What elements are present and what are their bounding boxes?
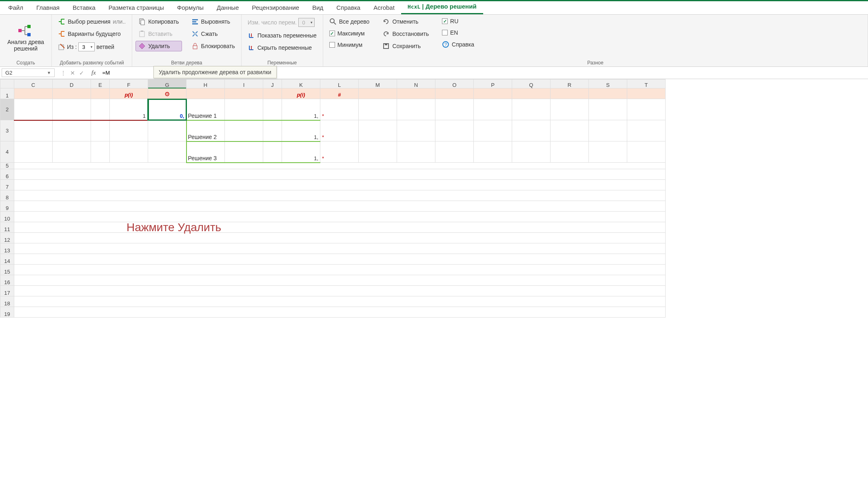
row-hdr-13[interactable]: 13: [0, 243, 14, 254]
show-vars-button[interactable]: Показать переменные: [245, 30, 320, 41]
col-M[interactable]: M: [359, 79, 397, 88]
row-hdr-17[interactable]: 17: [0, 286, 14, 296]
col-Q[interactable]: Q: [512, 79, 551, 88]
tab-file[interactable]: Файл: [2, 1, 30, 14]
col-D[interactable]: D: [53, 79, 91, 88]
row-hdr-5[interactable]: 5: [0, 163, 14, 169]
cell-H4[interactable]: Решение 3: [188, 155, 217, 161]
col-I[interactable]: I: [225, 79, 263, 88]
row-hdr-11[interactable]: 11: [0, 222, 14, 233]
shrink-button[interactable]: Сжать: [189, 29, 238, 39]
branch-count-spinner[interactable]: ▾: [78, 42, 95, 51]
col-N[interactable]: N: [397, 79, 435, 88]
cell-K2[interactable]: 1,: [282, 99, 320, 120]
tab-view[interactable]: Вид: [306, 1, 330, 14]
redo-button[interactable]: Восстановить: [380, 29, 432, 39]
col-R[interactable]: R: [551, 79, 589, 88]
analyze-tree-button[interactable]: Анализ древа решений: [3, 16, 48, 59]
tab-acrobat[interactable]: Acrobat: [367, 1, 401, 14]
copy-button[interactable]: Копировать: [135, 16, 182, 27]
choose-decision-button[interactable]: Выбор решения или..: [55, 16, 129, 27]
cell-F2[interactable]: 1: [110, 99, 147, 120]
col-C[interactable]: C: [14, 79, 53, 88]
name-box[interactable]: G2 ▼: [2, 68, 55, 77]
cancel-icon[interactable]: ✕: [70, 70, 75, 76]
future-variants-button[interactable]: Варианты будущего: [55, 29, 129, 39]
row-hdr-6[interactable]: 6: [0, 169, 14, 180]
cell-H2[interactable]: Решение 1: [188, 113, 217, 119]
row-hdr-2[interactable]: 2: [0, 99, 14, 120]
row-hdr-15[interactable]: 15: [0, 265, 14, 275]
cell-H3[interactable]: Решение 2: [188, 134, 217, 140]
col-L[interactable]: L: [320, 79, 359, 88]
row-hdr-8[interactable]: 8: [0, 190, 14, 201]
tab-decision-tree[interactable]: HcxL | Дерево решений: [401, 0, 483, 14]
tab-insert[interactable]: Вставка: [66, 1, 102, 14]
col-H[interactable]: H: [186, 79, 225, 88]
row-hdr-18[interactable]: 18: [0, 296, 14, 307]
tab-help[interactable]: Справка: [330, 1, 367, 14]
row-hdr-16[interactable]: 16: [0, 275, 14, 286]
row-hdr-14[interactable]: 14: [0, 254, 14, 265]
group-variables: Изм. число перем. ▾ Показать переменные …: [242, 15, 323, 66]
save-button[interactable]: Сохранить: [380, 41, 432, 51]
hide-vars-button[interactable]: Скрыть переменные: [245, 42, 320, 53]
lang-ru-checkbox[interactable]: RU: [439, 16, 477, 26]
tab-data[interactable]: Данные: [210, 1, 245, 14]
min-checkbox[interactable]: Минимум: [326, 40, 373, 50]
fx-icon[interactable]: fx: [88, 69, 99, 76]
delete-button[interactable]: Удалить: [135, 41, 182, 51]
col-E[interactable]: E: [91, 79, 110, 88]
chevron-down-icon[interactable]: ▼: [47, 71, 51, 75]
svg-rect-1: [27, 25, 31, 28]
col-T[interactable]: T: [627, 79, 666, 88]
lock-button[interactable]: Блокировать: [189, 41, 238, 51]
col-G[interactable]: G: [148, 79, 186, 88]
col-S[interactable]: S: [589, 79, 627, 88]
full-tree-button[interactable]: Все дерево: [326, 16, 373, 27]
col-O[interactable]: O: [435, 79, 474, 88]
tab-review[interactable]: Рецензирование: [245, 1, 306, 14]
align-button[interactable]: Выровнять: [189, 16, 238, 27]
cell-G1[interactable]: ⚙: [148, 88, 186, 99]
col-K[interactable]: K: [282, 79, 320, 88]
tab-home[interactable]: Главная: [30, 1, 66, 14]
branch-count-input[interactable]: [79, 44, 89, 50]
row-hdr-3[interactable]: 3: [0, 120, 14, 141]
row-hdr-4[interactable]: 4: [0, 141, 14, 163]
cell-K3[interactable]: 1,: [282, 121, 320, 141]
max-checkbox[interactable]: Максимум: [326, 29, 373, 38]
cell-L1[interactable]: #: [320, 88, 358, 99]
undo-button[interactable]: Отменить: [380, 16, 432, 27]
cell-F1[interactable]: p(i): [110, 88, 148, 99]
row-hdr-12[interactable]: 12: [0, 233, 14, 243]
row-hdr-7[interactable]: 7: [0, 180, 14, 190]
cell-L4[interactable]: *: [320, 141, 358, 162]
cell-K1[interactable]: p(i): [282, 88, 320, 99]
col-P[interactable]: P: [474, 79, 512, 88]
select-all[interactable]: [0, 79, 14, 88]
tab-formulas[interactable]: Формулы: [171, 1, 210, 14]
copy-icon: [138, 18, 146, 25]
row-hdr-1[interactable]: 1: [0, 88, 14, 99]
tab-page-layout[interactable]: Разметка страницы: [102, 1, 171, 14]
cell-L3[interactable]: *: [320, 120, 358, 141]
row-hdr-9[interactable]: 9: [0, 201, 14, 212]
cell-L2[interactable]: *: [320, 99, 358, 120]
spreadsheet-grid[interactable]: C D E F G H I J K L M N O P Q R S T 1 p(…: [0, 79, 868, 318]
cell-K4[interactable]: 1,: [282, 142, 320, 162]
lang-en-checkbox[interactable]: EN: [439, 28, 477, 38]
more-icon[interactable]: ⋮: [60, 70, 66, 76]
cell-G2[interactable]: 0,: [149, 99, 186, 120]
accept-icon[interactable]: ✓: [79, 70, 84, 76]
chevron-down-icon[interactable]: ▾: [89, 45, 94, 49]
full-tree-label: Все дерево: [339, 18, 370, 25]
help-button[interactable]: ? Справка: [439, 39, 477, 50]
col-F[interactable]: F: [110, 79, 148, 88]
max-label: Максимум: [337, 30, 365, 37]
row-hdr-10[interactable]: 10: [0, 212, 14, 222]
paste-label: Вставить: [148, 31, 172, 37]
col-J[interactable]: J: [263, 79, 282, 88]
row-hdr-19[interactable]: 19: [0, 307, 14, 318]
choose-sfx: или..: [113, 18, 126, 25]
